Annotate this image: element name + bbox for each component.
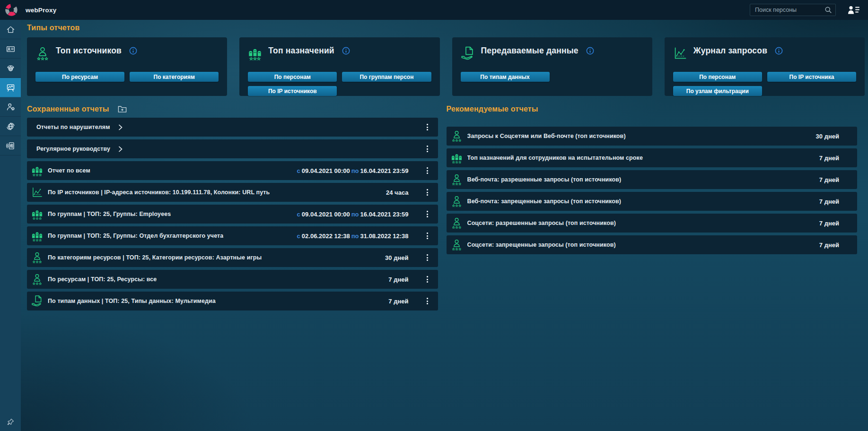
kebab-menu-icon[interactable] — [417, 139, 438, 158]
pin-sidebar-icon[interactable] — [0, 418, 21, 426]
sidebar-item-officer[interactable] — [0, 59, 21, 78]
recommended-reports-section: Рекомендуемые отчеты Запросы к Соцсетям … — [447, 105, 858, 313]
report-title: По ресурсам | ТОП: 25, Ресурсы: все — [48, 276, 157, 283]
report-button[interactable]: По типам данных — [461, 72, 550, 82]
person-stars-icon — [451, 195, 463, 208]
kebab-menu-icon[interactable] — [417, 183, 438, 202]
report-duration: 7 дней — [819, 198, 839, 205]
report-type-card: Топ назначенийПо персонамПо группам перс… — [239, 37, 439, 96]
report-period: с09.04.2021 00:00по16.04.2021 23:59 — [296, 211, 409, 218]
report-duration: 7 дней — [819, 176, 839, 183]
kebab-menu-icon[interactable] — [417, 270, 438, 289]
kebab-menu-icon[interactable] — [417, 248, 438, 267]
info-icon[interactable] — [775, 47, 783, 55]
saved-report-row[interactable]: По группам | ТОП: 25, Группы: Employeesс… — [27, 205, 438, 224]
person-stars-icon — [31, 273, 43, 286]
report-button[interactable]: По узлам фильтрации — [673, 86, 762, 96]
card-title: Топ источников — [56, 46, 122, 56]
user-account-icon[interactable] — [847, 5, 860, 15]
add-folder-icon[interactable] — [117, 104, 127, 114]
sidebar — [0, 20, 21, 431]
report-duration: 7 дней — [819, 155, 839, 162]
period-date: 16.04.2021 23:59 — [360, 167, 409, 174]
saved-report-row[interactable]: По ресурсам | ТОП: 25, Ресурсы: все7 дне… — [27, 270, 438, 289]
recommended-report-row[interactable]: Веб-почта: разрешенные запросы (топ исто… — [447, 170, 858, 189]
info-icon[interactable] — [129, 47, 137, 55]
period-date: 31.08.2022 12:38 — [360, 233, 409, 240]
section-title-saved-reports: Сохраненные отчеты — [27, 105, 109, 113]
chart-icon — [31, 186, 43, 199]
app-title: webProxy — [26, 7, 56, 14]
period-date: 09.04.2021 00:00 — [302, 211, 350, 218]
report-duration: 30 дней — [816, 133, 839, 140]
sidebar-item-user-settings[interactable] — [0, 97, 21, 117]
kebab-menu-icon[interactable] — [417, 226, 438, 245]
sidebar-item-reports-board[interactable] — [0, 78, 21, 97]
kebab-menu-icon[interactable] — [417, 292, 438, 310]
kebab-menu-icon[interactable] — [417, 118, 438, 137]
sidebar-item-home[interactable] — [0, 20, 21, 39]
report-title: Веб-почта: разрешенные запросы (топ исто… — [467, 176, 622, 183]
report-type-card: Журнал запросовПо персонамПо IP источник… — [665, 37, 865, 96]
chevron-right-icon — [118, 124, 123, 131]
period-preposition: по — [350, 233, 360, 240]
group-stars-icon — [31, 164, 43, 177]
kebab-menu-icon[interactable] — [417, 161, 438, 180]
report-title: Соцсети: запрещенные запросы (топ источн… — [467, 241, 616, 248]
report-period: с09.04.2021 00:00по16.04.2021 23:59 — [296, 167, 409, 174]
recommended-report-row[interactable]: Запросы к Соцсетям или Веб-почте (топ ис… — [447, 127, 858, 146]
report-button[interactable]: По группам персон — [342, 72, 431, 82]
search-icon[interactable] — [824, 6, 833, 14]
period-preposition: с — [296, 167, 302, 174]
sidebar-item-network[interactable] — [0, 117, 21, 136]
info-icon[interactable] — [342, 47, 350, 55]
report-title: Отчет по всем — [48, 167, 90, 174]
report-title: Запросы к Соцсетям или Веб-почте (топ ис… — [467, 133, 626, 139]
chevron-right-icon — [118, 146, 123, 153]
card-title: Топ назначений — [268, 46, 334, 56]
person-stars-icon — [35, 43, 50, 63]
saved-report-row[interactable]: По типам данных | ТОП: 25, Типы данных: … — [27, 292, 438, 310]
saved-reports-section: Сохраненные отчеты Отчеты по нарушителям… — [27, 105, 438, 313]
person-stars-icon — [451, 238, 463, 251]
report-title: Топ назначений для сотрудников на испыта… — [467, 155, 643, 161]
period-date: 09.04.2021 00:00 — [302, 167, 350, 174]
top-bar: webProxy — [0, 0, 868, 20]
person-stars-icon — [31, 251, 43, 264]
section-title-report-types: Типы отчетов — [27, 24, 865, 32]
info-icon[interactable] — [586, 47, 594, 55]
report-button[interactable]: По персонам — [673, 72, 762, 82]
report-button[interactable]: По ресурсам — [35, 72, 124, 82]
saved-report-row[interactable]: По группам | ТОП: 25, Группы: Отдел бухг… — [27, 226, 438, 245]
saved-report-row[interactable]: Отчет по всемс09.04.2021 00:00по16.04.20… — [27, 161, 438, 180]
person-stars-icon — [451, 173, 463, 186]
period-preposition: по — [350, 167, 360, 174]
period-preposition: с — [296, 233, 302, 240]
report-duration: 7 дней — [819, 220, 839, 227]
saved-report-row[interactable]: По IP источников | IP-адреса источников:… — [27, 183, 438, 202]
recommended-report-row[interactable]: Соцсети: запрещенные запросы (топ источн… — [447, 235, 858, 254]
report-button[interactable]: По категориям — [130, 72, 219, 82]
report-button[interactable]: По IP источников — [248, 86, 337, 96]
recommended-report-row[interactable]: Соцсети: разрешенные запросы (топ источн… — [447, 214, 858, 233]
kebab-menu-icon[interactable] — [417, 205, 438, 224]
group-stars-icon — [451, 151, 463, 164]
card-title: Передаваемые данные — [481, 46, 579, 56]
recommended-report-row[interactable]: Веб-почта: запрещенные запросы (топ исто… — [447, 192, 858, 211]
saved-folder-row[interactable]: Регулярное руководству — [27, 139, 438, 158]
report-button[interactable]: По персонам — [248, 72, 337, 82]
saved-folder-row[interactable]: Отчеты по нарушителям — [27, 118, 438, 137]
report-title: Веб-почта: запрещенные запросы (топ исто… — [467, 198, 622, 205]
chart-icon — [673, 43, 687, 63]
saved-report-row[interactable]: По категориям ресурсов | ТОП: 25, Катего… — [27, 248, 438, 267]
report-button[interactable]: По IP источника — [767, 72, 856, 82]
sidebar-item-filter-journal[interactable] — [0, 136, 21, 155]
report-title: По категориям ресурсов | ТОП: 25, Катего… — [48, 254, 262, 261]
period-preposition: с — [296, 211, 302, 218]
person-search — [750, 4, 836, 16]
report-duration: 30 дней — [385, 254, 408, 261]
sidebar-item-id-card[interactable] — [0, 39, 21, 59]
search-input[interactable] — [750, 4, 836, 16]
main-content: Типы отчетов Топ источниковПо ресурсамПо… — [21, 20, 868, 431]
recommended-report-row[interactable]: Топ назначений для сотрудников на испыта… — [447, 148, 858, 167]
